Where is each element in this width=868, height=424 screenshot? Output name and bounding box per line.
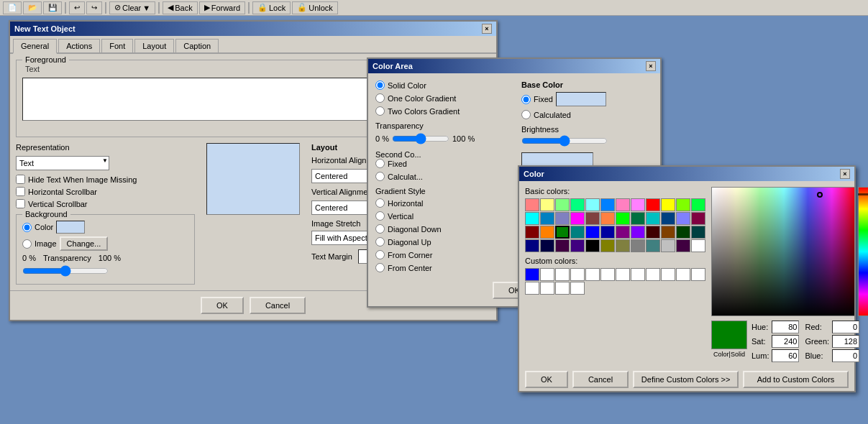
hide-text-checkbox[interactable] <box>16 175 25 184</box>
cancel-button[interactable]: Cancel <box>250 297 306 314</box>
color-area-close[interactable]: × <box>646 61 656 71</box>
toolbar-undo-btn[interactable]: ↩ <box>69 1 85 14</box>
basic-color-cell[interactable] <box>661 212 675 225</box>
basic-color-cell[interactable] <box>616 198 630 211</box>
basic-color-cell[interactable] <box>525 212 539 225</box>
basic-color-cell[interactable] <box>676 198 690 211</box>
toolbar-new-btn[interactable]: 📄 <box>3 1 22 14</box>
custom-color-cell[interactable] <box>616 268 630 281</box>
custom-color-cell[interactable] <box>525 268 539 281</box>
basic-color-cell[interactable] <box>555 226 570 239</box>
toolbar-redo-btn[interactable]: ↪ <box>86 1 102 14</box>
basic-color-cell[interactable] <box>691 198 705 211</box>
bg-color-swatch[interactable] <box>56 221 85 234</box>
basic-color-cell[interactable] <box>661 239 675 252</box>
color-spectrum[interactable] <box>711 187 855 316</box>
basic-color-cell[interactable] <box>646 239 660 252</box>
toolbar-lock-btn[interactable]: 🔒 Lock <box>252 1 291 14</box>
basic-color-cell[interactable] <box>646 198 660 211</box>
diag-up-radio[interactable] <box>375 237 385 246</box>
two-color-radio[interactable] <box>375 106 385 116</box>
custom-color-cell[interactable] <box>661 268 675 281</box>
basic-color-cell[interactable] <box>676 239 690 252</box>
color-radio[interactable] <box>22 223 32 232</box>
brightness-slider[interactable] <box>521 137 608 145</box>
lum-input[interactable] <box>772 349 799 362</box>
basic-color-cell[interactable] <box>555 198 570 211</box>
ok-button[interactable]: OK <box>201 297 244 314</box>
vertical-radio[interactable] <box>375 211 385 221</box>
basic-color-cell[interactable] <box>570 212 585 225</box>
dialog-text-object-close[interactable]: × <box>482 24 492 34</box>
custom-color-cell[interactable] <box>570 268 585 281</box>
from-center-radio[interactable] <box>375 263 385 272</box>
basic-color-cell[interactable] <box>540 226 554 239</box>
toolbar-unlock-btn[interactable]: 🔓 Unlock <box>292 1 338 14</box>
diag-down-radio[interactable] <box>375 224 385 234</box>
custom-color-cell[interactable] <box>525 282 539 295</box>
define-custom-btn[interactable]: Define Custom Colors >> <box>633 371 739 388</box>
calculated-radio[interactable] <box>521 110 531 119</box>
basic-color-cell[interactable] <box>631 226 645 239</box>
basic-color-cell[interactable] <box>570 239 585 252</box>
horizontal-scrollbar-checkbox[interactable] <box>16 187 25 196</box>
transparency-slider[interactable] <box>22 265 109 277</box>
representation-select-wrapper[interactable]: Text <box>16 156 109 170</box>
custom-color-cell[interactable] <box>540 282 554 295</box>
basic-color-cell[interactable] <box>585 198 600 211</box>
green-input[interactable] <box>832 335 859 348</box>
basic-color-cell[interactable] <box>600 239 615 252</box>
custom-color-cell[interactable] <box>676 268 690 281</box>
custom-color-cell[interactable] <box>691 268 705 281</box>
tab-font[interactable]: Font <box>101 39 133 52</box>
basic-color-cell[interactable] <box>631 198 645 211</box>
basic-color-cell[interactable] <box>525 226 539 239</box>
basic-color-cell[interactable] <box>646 212 660 225</box>
hue-input[interactable] <box>772 321 799 333</box>
color-picker-close[interactable]: × <box>840 169 850 179</box>
basic-color-cell[interactable] <box>570 226 585 239</box>
custom-color-cell[interactable] <box>646 268 660 281</box>
basic-color-cell[interactable] <box>631 212 645 225</box>
red-input[interactable] <box>832 321 859 333</box>
color-picker-cancel-btn[interactable]: Cancel <box>572 371 629 388</box>
basic-color-cell[interactable] <box>600 198 615 211</box>
trans-slider[interactable] <box>392 133 449 144</box>
tab-general[interactable]: General <box>13 39 57 54</box>
calc2-radio[interactable] <box>375 172 385 181</box>
custom-color-cell[interactable] <box>600 268 615 281</box>
toolbar-save-btn[interactable]: 💾 <box>43 1 62 14</box>
base-color-swatch[interactable] <box>556 92 606 106</box>
custom-color-cell[interactable] <box>585 268 600 281</box>
basic-color-cell[interactable] <box>691 212 705 225</box>
basic-color-cell[interactable] <box>600 212 615 225</box>
basic-color-cell[interactable] <box>525 239 539 252</box>
basic-color-cell[interactable] <box>555 239 570 252</box>
basic-color-cell[interactable] <box>661 226 675 239</box>
basic-color-cell[interactable] <box>540 212 554 225</box>
basic-color-cell[interactable] <box>616 212 630 225</box>
toolbar-clear-btn[interactable]: ⊘ Clear ▼ <box>109 1 155 14</box>
basic-color-cell[interactable] <box>525 198 539 211</box>
basic-color-cell[interactable] <box>585 239 600 252</box>
basic-color-cell[interactable] <box>691 239 705 252</box>
custom-color-cell[interactable] <box>540 268 554 281</box>
color-picker-ok-btn[interactable]: OK <box>525 371 568 388</box>
basic-color-cell[interactable] <box>540 239 554 252</box>
vertical-scrollbar-checkbox[interactable] <box>16 199 25 208</box>
basic-color-cell[interactable] <box>676 226 690 239</box>
basic-color-cell[interactable] <box>691 226 705 239</box>
basic-color-cell[interactable] <box>616 226 630 239</box>
custom-color-cell[interactable] <box>555 282 570 295</box>
toolbar-back-btn[interactable]: ◀ Back <box>163 1 197 14</box>
one-color-radio[interactable] <box>375 93 385 103</box>
tab-actions[interactable]: Actions <box>58 39 100 52</box>
hue-bar[interactable] <box>858 187 868 316</box>
basic-color-cell[interactable] <box>585 226 600 239</box>
fixed2-radio[interactable] <box>375 159 385 168</box>
basic-color-cell[interactable] <box>616 239 630 252</box>
basic-color-cell[interactable] <box>555 212 570 225</box>
from-corner-radio[interactable] <box>375 250 385 259</box>
tab-caption[interactable]: Caption <box>175 39 219 52</box>
toolbar-forward-btn[interactable]: ▶ Forward <box>199 1 245 14</box>
